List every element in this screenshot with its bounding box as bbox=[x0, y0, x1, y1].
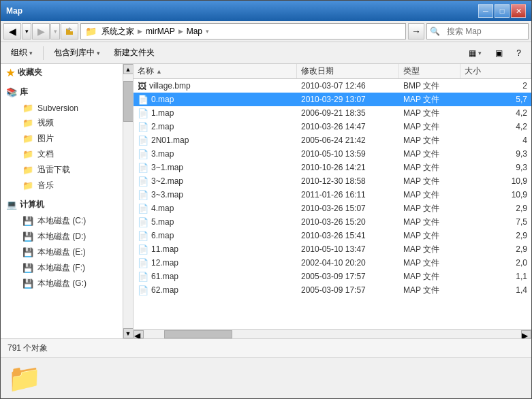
file-icon: 📄 bbox=[138, 108, 148, 118]
file-date: 2006-09-21 18:35 bbox=[297, 106, 399, 120]
file-row[interactable]: 📄 0.map 2010-03-29 13:07 MAP 文件 5,7 bbox=[134, 93, 531, 106]
sidebar-item-drive-c[interactable]: 💾 本地磁盘 (C:) bbox=[6, 213, 123, 229]
file-row[interactable]: 📄 6.map 2010-03-26 15:41 MAP 文件 2,9 bbox=[134, 229, 531, 242]
favorites-label: 收藏夹 bbox=[18, 67, 42, 78]
file-date: 2010-03-26 14:47 bbox=[297, 120, 399, 133]
address-field[interactable]: 📁 系统之家 ▶ mirMAP ▶ Map ▾ bbox=[80, 23, 406, 39]
file-type: MAP 文件 bbox=[399, 202, 460, 215]
hscroll-right-btn[interactable]: ▶ bbox=[521, 330, 531, 338]
search-input[interactable] bbox=[443, 24, 532, 39]
library-header[interactable]: 📚 库 bbox=[1, 84, 123, 101]
col-type-header[interactable]: 类型 bbox=[399, 64, 460, 78]
sidebar-item-video[interactable]: 📁 视频 bbox=[6, 115, 123, 131]
file-row[interactable]: 📄 3~1.map 2010-10-26 14:21 MAP 文件 9,3 bbox=[134, 161, 531, 174]
file-row[interactable]: 🖼 village.bmp 2010-03-07 12:46 BMP 文件 2 bbox=[134, 79, 531, 93]
file-row[interactable]: 📄 61.map 2005-03-09 17:57 MAP 文件 1,1 bbox=[134, 270, 531, 283]
file-icon: 📄 bbox=[138, 244, 148, 255]
file-size: 2 bbox=[460, 79, 531, 93]
file-row[interactable]: 📄 11.map 2010-05-10 13:47 MAP 文件 2,9 bbox=[134, 242, 531, 256]
computer-header[interactable]: 💻 计算机 bbox=[1, 196, 123, 213]
drive-label: 本地磁盘 (D:) bbox=[37, 231, 86, 242]
drive-items: 💾 本地磁盘 (C:) 💾 本地磁盘 (D:) 💾 本地磁盘 (E:) bbox=[6, 213, 123, 291]
computer-section: 💻 计算机 💾 本地磁盘 (C:) 💾 本地磁盘 (D:) bbox=[1, 196, 123, 291]
file-row[interactable]: 📄 3~3.map 2011-01-26 16:11 MAP 文件 10,9 bbox=[134, 188, 531, 202]
column-header: 名称 ▲ 修改日期 类型 大小 bbox=[134, 64, 531, 79]
favorites-section: ★ 收藏夹 bbox=[1, 64, 123, 81]
file-icon: 📄 bbox=[138, 176, 148, 187]
sidebar-item-label: 视频 bbox=[37, 117, 54, 129]
file-list: 🖼 village.bmp 2010-03-07 12:46 BMP 文件 2 … bbox=[134, 79, 531, 329]
path-map[interactable]: Map bbox=[185, 26, 204, 37]
new-folder-button[interactable]: 新建文件夹 bbox=[108, 44, 161, 62]
file-type: MAP 文件 bbox=[399, 147, 460, 161]
maximize-button[interactable]: □ bbox=[495, 4, 510, 18]
file-size: 10,9 bbox=[460, 174, 531, 188]
file-type: MAP 文件 bbox=[399, 283, 460, 297]
view-button[interactable]: ▦ ▾ bbox=[463, 44, 488, 62]
file-name: 3~2.map bbox=[151, 176, 183, 186]
help-icon: ? bbox=[516, 48, 521, 58]
file-row[interactable]: 📄 3.map 2010-05-10 13:59 MAP 文件 9,3 bbox=[134, 147, 531, 161]
toolbar-separator-1 bbox=[43, 46, 44, 60]
file-icon: 📄 bbox=[138, 285, 148, 296]
sidebar-item-label: 音乐 bbox=[37, 180, 54, 191]
close-button[interactable]: ✕ bbox=[511, 4, 526, 18]
file-row[interactable]: 📄 2.map 2010-03-26 14:47 MAP 文件 4,2 bbox=[134, 120, 531, 133]
forward-dropdown[interactable]: ▾ bbox=[50, 23, 60, 39]
file-row[interactable]: 📄 2N01.map 2005-06-24 21:42 MAP 文件 4 bbox=[134, 133, 531, 147]
horizontal-scrollbar[interactable]: ◀ ▶ bbox=[134, 329, 531, 338]
file-row[interactable]: 📄 1.map 2006-09-21 18:35 MAP 文件 4,2 bbox=[134, 106, 531, 120]
sidebar-scrollbar[interactable]: ▲ ▼ bbox=[123, 64, 133, 338]
file-size: 2,9 bbox=[460, 202, 531, 215]
back-dropdown[interactable]: ▾ bbox=[22, 23, 31, 39]
up-button[interactable] bbox=[61, 23, 78, 39]
file-icon: 🖼 bbox=[138, 81, 146, 91]
scroll-down-button[interactable]: ▼ bbox=[123, 328, 134, 338]
col-name-label: 名称 bbox=[138, 65, 154, 77]
file-row[interactable]: 📄 4.map 2010-03-26 15:07 MAP 文件 2,9 bbox=[134, 202, 531, 215]
sidebar-item-music[interactable]: 📁 音乐 bbox=[6, 178, 123, 193]
back-button[interactable]: ◀ bbox=[3, 23, 21, 39]
sidebar-item-drive-d[interactable]: 💾 本地磁盘 (D:) bbox=[6, 229, 123, 244]
file-name: 2N01.map bbox=[151, 135, 189, 145]
organize-button[interactable]: 组织 ▾ bbox=[5, 44, 39, 62]
preview-button[interactable]: ▣ bbox=[489, 44, 509, 62]
help-button[interactable]: ? bbox=[510, 44, 527, 62]
file-size: 4 bbox=[460, 133, 531, 147]
hscroll-left-btn[interactable]: ◀ bbox=[134, 330, 144, 338]
search-box[interactable]: 🔍 bbox=[426, 23, 529, 39]
favorites-header[interactable]: ★ 收藏夹 bbox=[1, 64, 123, 81]
minimize-button[interactable]: ─ bbox=[478, 4, 493, 18]
col-type-label: 类型 bbox=[403, 65, 420, 77]
file-date: 2010-10-26 14:21 bbox=[297, 161, 399, 174]
star-icon: ★ bbox=[6, 67, 15, 78]
sidebar-item-subversion[interactable]: 📁 Subversion bbox=[6, 101, 123, 115]
view-chevron: ▾ bbox=[478, 50, 482, 57]
file-area: 名称 ▲ 修改日期 类型 大小 🖼 village.bmp 2010-03-07 bbox=[134, 64, 531, 338]
path-mirmap[interactable]: mirMAP bbox=[144, 26, 177, 37]
file-row[interactable]: 📄 12.map 2002-04-10 20:20 MAP 文件 2,0 bbox=[134, 256, 531, 270]
file-date: 2010-03-07 12:46 bbox=[297, 79, 399, 93]
col-size-header[interactable]: 大小 bbox=[460, 64, 531, 78]
col-name-header[interactable]: 名称 ▲ bbox=[134, 64, 297, 78]
file-name: 4.map bbox=[151, 204, 174, 213]
include-library-button[interactable]: 包含到库中 ▾ bbox=[48, 44, 106, 62]
file-name: village.bmp bbox=[149, 81, 191, 91]
sidebar-item-drive-g[interactable]: 💾 本地磁盘 (G:) bbox=[6, 276, 123, 291]
sidebar-item-pictures[interactable]: 📁 图片 bbox=[6, 131, 123, 146]
sidebar-item-thunder[interactable]: 📁 迅雷下载 bbox=[6, 162, 123, 178]
file-row[interactable]: 📄 3~2.map 2010-12-30 18:58 MAP 文件 10,9 bbox=[134, 174, 531, 188]
sidebar-item-drive-f[interactable]: 💾 本地磁盘 (F:) bbox=[6, 260, 123, 276]
scroll-up-button[interactable]: ▲ bbox=[123, 64, 134, 74]
file-row[interactable]: 📄 5.map 2010-03-26 15:20 MAP 文件 7,5 bbox=[134, 215, 531, 229]
go-button[interactable]: → bbox=[408, 23, 424, 39]
path-root[interactable]: 系统之家 bbox=[99, 25, 136, 38]
hscroll-thumb[interactable] bbox=[164, 330, 232, 338]
file-icon: 📄 bbox=[138, 272, 148, 282]
file-row[interactable]: 📄 62.map 2005-03-09 17:57 MAP 文件 1,4 bbox=[134, 283, 531, 297]
forward-button[interactable]: ▶ bbox=[32, 23, 50, 39]
col-date-header[interactable]: 修改日期 bbox=[297, 64, 399, 78]
scroll-thumb[interactable] bbox=[123, 81, 134, 122]
sidebar-item-documents[interactable]: 📁 文档 bbox=[6, 146, 123, 162]
sidebar-item-drive-e[interactable]: 💾 本地磁盘 (E:) bbox=[6, 244, 123, 260]
